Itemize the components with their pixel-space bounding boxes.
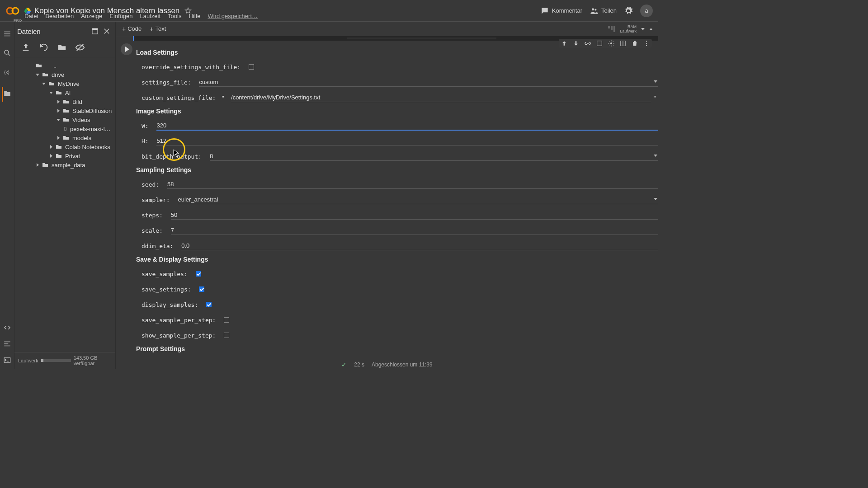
- upload-icon[interactable]: [21, 42, 31, 52]
- hide-icon[interactable]: [75, 42, 85, 52]
- folder-icon: [42, 71, 49, 78]
- folder-icon: [62, 107, 70, 114]
- terminal-list-icon[interactable]: [3, 340, 11, 348]
- tree-privat[interactable]: Privat: [14, 151, 115, 160]
- tree-sample[interactable]: sample_data: [14, 160, 115, 169]
- label-settings-file: settings_file:: [142, 79, 194, 86]
- people-icon: [590, 6, 599, 15]
- run-button[interactable]: [121, 43, 132, 55]
- quote-open: ": [221, 94, 225, 101]
- files-sidebar: Dateien .. drive MyDrive AI Bild StableD…: [14, 22, 116, 369]
- close-icon[interactable]: [103, 27, 111, 35]
- move-down-icon[interactable]: [572, 40, 580, 47]
- label-sampler: sampler:: [142, 197, 173, 203]
- tree-sd[interactable]: StableDiffusion: [14, 106, 115, 115]
- comment-icon: [540, 6, 549, 15]
- refresh-icon[interactable]: [39, 42, 49, 52]
- collapse-icon[interactable]: [649, 28, 653, 30]
- svg-point-4: [5, 50, 9, 54]
- menu-tools[interactable]: Tools: [168, 13, 181, 19]
- menu-runtime[interactable]: Laufzeit: [140, 13, 161, 19]
- avatar[interactable]: a: [640, 5, 653, 17]
- chevron-down-icon: [654, 198, 657, 200]
- select-sampler[interactable]: euler_ancestral: [178, 195, 658, 204]
- move-up-icon[interactable]: [561, 40, 568, 47]
- input-w[interactable]: [156, 121, 658, 131]
- tree-video-file[interactable]: pexels-maxi-leiva-1314…: [14, 124, 115, 133]
- add-code-button[interactable]: +Code: [122, 25, 142, 33]
- checkbox-save-per-step[interactable]: [224, 317, 229, 323]
- mirror-icon[interactable]: [619, 40, 627, 47]
- disk-footer: Laufwerk 143.50 GB verfügbar: [14, 352, 115, 369]
- checkbox-save-samples[interactable]: [196, 271, 201, 277]
- new-window-icon[interactable]: [91, 27, 99, 35]
- svg-rect-6: [4, 358, 10, 363]
- file-tree[interactable]: .. drive MyDrive AI Bild StableDiffusion…: [14, 58, 115, 352]
- input-h[interactable]: [156, 136, 658, 145]
- tree-drive[interactable]: drive: [14, 70, 115, 79]
- input-seed[interactable]: [167, 180, 658, 189]
- left-rail: {x}: [0, 22, 14, 369]
- resource-labels[interactable]: RAM Laufwerk: [620, 24, 637, 33]
- label-override: override_settings_with_file:: [142, 64, 244, 70]
- menu-insert[interactable]: Einfügen: [109, 13, 132, 19]
- comment-button[interactable]: Kommentar: [540, 6, 582, 15]
- svg-point-3: [594, 9, 596, 10]
- checkbox-override[interactable]: [249, 64, 254, 70]
- files-tab-active[interactable]: [2, 87, 11, 102]
- quote-close: ": [653, 94, 656, 101]
- label-save-settings: save_settings:: [142, 286, 194, 293]
- link-icon[interactable]: [584, 40, 591, 47]
- terminal-icon[interactable]: [3, 356, 11, 364]
- input-scale[interactable]: [171, 226, 658, 235]
- folder-icon: [55, 152, 62, 160]
- input-ddim[interactable]: [181, 241, 658, 250]
- tree-bild[interactable]: Bild: [14, 97, 115, 106]
- svg-rect-12: [623, 41, 626, 46]
- status-time: 22 s: [354, 361, 364, 368]
- tree-colab[interactable]: Colab Notebooks: [14, 142, 115, 151]
- label-seed: seed:: [142, 181, 163, 188]
- delete-icon[interactable]: [631, 40, 638, 47]
- mount-drive-icon[interactable]: [57, 42, 67, 52]
- checkbox-save-settings[interactable]: [199, 286, 204, 292]
- tree-mydrive[interactable]: MyDrive: [14, 79, 115, 88]
- input-custom-settings[interactable]: [231, 93, 651, 102]
- menu-edit[interactable]: Bearbeiten: [45, 13, 74, 19]
- select-bit-depth[interactable]: 8: [210, 152, 658, 161]
- edit-icon[interactable]: [596, 40, 603, 47]
- svg-rect-11: [621, 41, 623, 46]
- variables-icon[interactable]: {x}: [3, 68, 11, 76]
- label-show-per-step: show_sample_per_step:: [142, 332, 219, 339]
- status-done: Abgeschlossen um 11:39: [372, 361, 433, 368]
- check-icon: ✓: [341, 361, 347, 368]
- menubar: Datei Bearbeiten Anzeige Einfügen Laufze…: [24, 13, 258, 19]
- input-steps[interactable]: [171, 211, 658, 220]
- tree-ai[interactable]: AI: [14, 88, 115, 97]
- menu-file[interactable]: Datei: [24, 13, 38, 19]
- menu-help[interactable]: Hilfe: [189, 13, 200, 19]
- add-text-button[interactable]: +Text: [150, 25, 166, 33]
- gear-icon[interactable]: [608, 40, 615, 47]
- label-bit-depth: bit_depth_output:: [142, 153, 205, 160]
- checkbox-display-samples[interactable]: [206, 302, 212, 307]
- code-icon[interactable]: [3, 324, 11, 332]
- gear-icon[interactable]: [624, 6, 633, 15]
- colab-logo[interactable]: PRO: [5, 4, 20, 18]
- folder-icon: [48, 80, 55, 87]
- tree-videos[interactable]: Videos: [14, 115, 115, 124]
- search-icon[interactable]: [3, 49, 11, 57]
- resource-dropdown-icon[interactable]: [641, 28, 645, 30]
- section-sampling: Sampling Settings: [136, 166, 658, 174]
- menu-view[interactable]: Anzeige: [81, 13, 102, 19]
- tree-up[interactable]: ..: [14, 61, 115, 70]
- toc-icon[interactable]: [3, 30, 11, 38]
- share-button[interactable]: Teilen: [590, 6, 617, 15]
- checkbox-show-per-step[interactable]: [224, 333, 229, 338]
- status-bar: ✓ 22 s Abgeschlossen um 11:39: [116, 361, 658, 369]
- tree-models[interactable]: models: [14, 133, 115, 142]
- more-icon[interactable]: [643, 40, 650, 47]
- select-settings-file[interactable]: custom: [199, 78, 658, 87]
- label-steps: steps:: [142, 212, 166, 219]
- section-image: Image Settings: [136, 108, 658, 115]
